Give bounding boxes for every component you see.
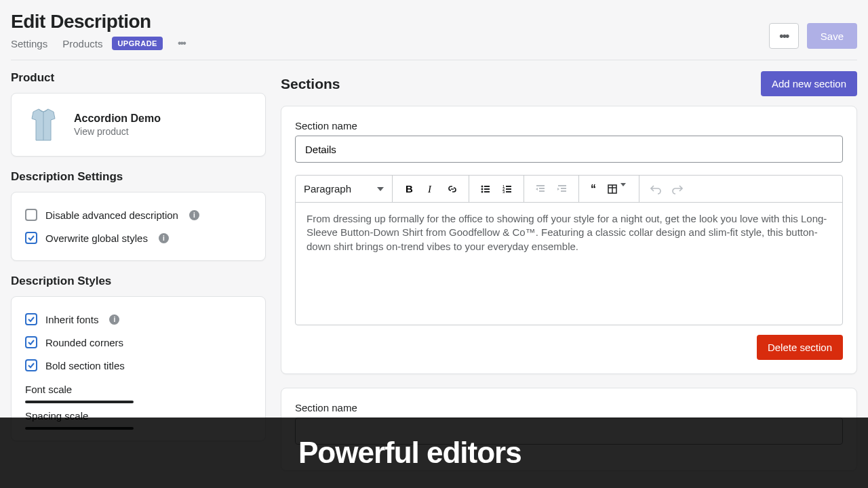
italic-icon[interactable]: I — [420, 178, 441, 200]
checkbox-inherit[interactable] — [25, 313, 37, 325]
indent-icon[interactable] — [551, 178, 573, 200]
checkbox-overwrite[interactable] — [25, 232, 37, 244]
checkbox-rounded[interactable] — [25, 336, 37, 348]
svg-text:“: “ — [591, 183, 596, 195]
link-icon[interactable] — [441, 178, 463, 200]
bold-label: Bold section titles — [45, 360, 125, 371]
add-section-button[interactable]: Add new section — [761, 71, 857, 96]
delete-section-button[interactable]: Delete section — [757, 335, 843, 360]
info-icon[interactable]: i — [159, 233, 169, 243]
disable-advanced-row[interactable]: Disable advanced description i — [25, 203, 252, 226]
quote-icon[interactable]: “ — [585, 178, 606, 200]
rounded-row[interactable]: Rounded corners — [25, 331, 252, 354]
table-icon[interactable] — [606, 178, 633, 200]
outdent-icon[interactable] — [530, 178, 551, 200]
svg-text:B: B — [406, 183, 413, 195]
editor-content[interactable]: From dressing up formally for the office… — [296, 203, 842, 325]
upgrade-badge[interactable]: UPGRADE — [112, 37, 163, 50]
bold-icon[interactable]: B — [398, 178, 420, 200]
section-card: Section name Paragraph B I — [281, 106, 857, 374]
bold-titles-row[interactable]: Bold section titles — [25, 354, 252, 377]
info-icon[interactable]: i — [189, 210, 199, 220]
svg-rect-16 — [539, 188, 545, 189]
svg-point-5 — [481, 188, 484, 190]
more-icon[interactable]: ••• — [178, 37, 185, 49]
desc-settings-card: Disable advanced description i Overwrite… — [11, 192, 266, 261]
format-dropdown[interactable]: Paragraph — [296, 176, 393, 202]
undo-icon[interactable] — [645, 178, 667, 200]
sections-heading: Sections — [281, 76, 340, 92]
nav-products[interactable]: Products — [62, 38, 102, 49]
desc-settings-heading: Description Settings — [11, 170, 266, 184]
section-name-input[interactable] — [295, 136, 843, 163]
inherit-label: Inherit fonts — [45, 314, 98, 325]
font-scale-label: Font scale — [25, 384, 252, 395]
promo-overlay: Powerful editors — [0, 418, 868, 488]
header-more-button[interactable]: ••• — [769, 23, 799, 49]
bullet-list-icon[interactable] — [475, 178, 496, 200]
svg-rect-15 — [536, 185, 545, 186]
svg-rect-18 — [558, 185, 566, 186]
redo-icon[interactable] — [667, 178, 688, 200]
rounded-label: Rounded corners — [45, 337, 123, 348]
desc-styles-heading: Description Styles — [11, 274, 266, 288]
save-button[interactable]: Save — [807, 23, 857, 49]
overwrite-label: Overwrite global styles — [45, 232, 148, 244]
product-name: Accordion Demo — [74, 113, 161, 125]
svg-point-3 — [481, 185, 484, 187]
format-value: Paragraph — [304, 183, 351, 195]
svg-rect-20 — [561, 190, 566, 192]
product-card[interactable]: Accordion Demo View product — [11, 93, 266, 157]
chevron-down-icon — [377, 187, 384, 191]
inherit-fonts-row[interactable]: Inherit fonts i — [25, 308, 252, 331]
svg-text:I: I — [427, 184, 432, 195]
editor-toolbar: Paragraph B I 123 — [296, 176, 842, 203]
checkbox-disable[interactable] — [25, 209, 37, 221]
page-title: Edit Description — [11, 11, 185, 33]
svg-rect-6 — [484, 188, 490, 190]
disable-label: Disable advanced description — [45, 209, 178, 221]
svg-rect-12 — [506, 188, 511, 190]
section-name-label-2: Section name — [295, 402, 843, 413]
svg-rect-10 — [506, 186, 511, 187]
overlay-text: Powerful editors — [298, 436, 521, 470]
svg-point-7 — [481, 190, 484, 192]
info-icon[interactable]: i — [109, 314, 119, 325]
page-header: Edit Description Settings Products UPGRA… — [11, 11, 857, 60]
product-image — [25, 106, 62, 144]
svg-text:3: 3 — [502, 190, 505, 194]
svg-rect-14 — [506, 191, 511, 192]
svg-rect-8 — [484, 191, 490, 192]
overwrite-row[interactable]: Overwrite global styles i — [25, 226, 252, 249]
svg-rect-4 — [484, 186, 490, 187]
product-heading: Product — [11, 71, 266, 85]
rich-text-editor: Paragraph B I 123 — [295, 175, 843, 325]
numbered-list-icon[interactable]: 123 — [496, 178, 518, 200]
font-scale-slider[interactable] — [25, 401, 134, 403]
section-name-label: Section name — [295, 120, 843, 131]
checkbox-bold[interactable] — [25, 359, 37, 371]
svg-rect-19 — [561, 188, 566, 189]
nav-settings[interactable]: Settings — [11, 38, 47, 49]
view-product-link[interactable]: View product — [74, 126, 161, 137]
svg-rect-17 — [539, 190, 545, 192]
